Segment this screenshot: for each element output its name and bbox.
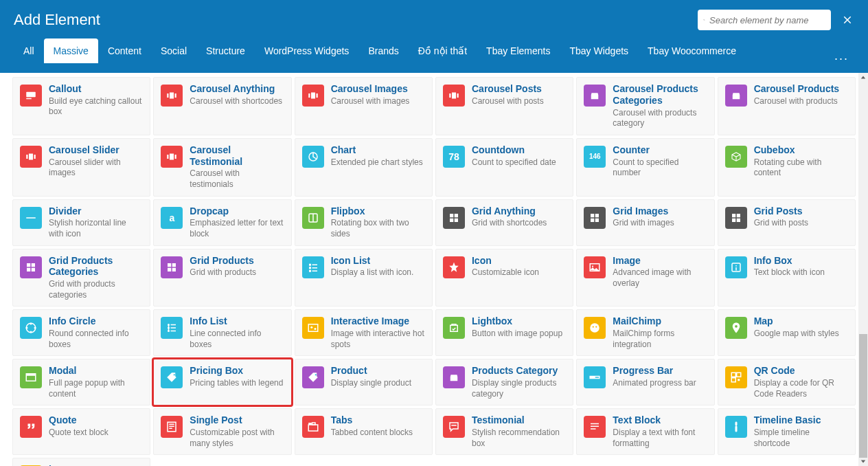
element-carousel-slider[interactable]: Carousel SliderCarousel slider with imag…: [12, 138, 150, 197]
element-desc: Build eye catching callout box: [49, 96, 143, 118]
svg-rect-2: [170, 93, 174, 99]
element-pricing-box[interactable]: Pricing BoxPricing tables with legend: [153, 359, 291, 406]
star-icon: [443, 256, 465, 278]
element-ihover[interactable]: iHoveriHover with different animations: [12, 458, 150, 466]
svg-rect-36: [27, 267, 30, 271]
element-carousel-products-categories[interactable]: Carousel Products CategoriesCarousel wit…: [576, 77, 714, 135]
svg-rect-31: [736, 214, 740, 217]
search-input[interactable]: [709, 15, 825, 25]
tab-đồ-nội-thất[interactable]: Đồ nội thất: [409, 38, 477, 63]
element-carousel-anything[interactable]: Carousel AnythingCarousel with shortcode…: [153, 77, 291, 135]
svg-rect-41: [172, 267, 176, 271]
element-testimonial[interactable]: TestimonialStylish recommendation box: [435, 408, 573, 455]
lightbox-icon: [443, 317, 465, 339]
scrollbar-thumb[interactable]: [859, 334, 867, 458]
scroll-up-icon[interactable]: [858, 73, 868, 82]
svg-rect-10: [457, 93, 458, 98]
element-desc: Line connected info boxes: [190, 329, 284, 350]
element-map[interactable]: MapGoogle map with styles: [718, 309, 856, 356]
element-title: Timeline Basic: [754, 414, 848, 426]
tab-tbay-widgets[interactable]: Tbay Widgets: [560, 38, 638, 63]
element-icon[interactable]: IconCustomizable icon: [435, 249, 573, 307]
tab-massive[interactable]: Massive: [44, 38, 98, 63]
element-lightbox[interactable]: LightboxButton with image popup: [435, 309, 573, 356]
element-title: Interactive Image: [331, 315, 425, 327]
element-mailchimp[interactable]: MailChimpMailChimp forms integration: [576, 309, 714, 356]
element-grid-products[interactable]: Grid ProductsGrid with products: [153, 249, 291, 307]
element-chart[interactable]: ChartExtended pie chart styles: [295, 138, 433, 197]
tab-tbay-elements[interactable]: Tbay Elements: [477, 38, 560, 63]
tab-content[interactable]: Content: [98, 38, 151, 63]
element-single-post[interactable]: Single PostCustomizable post with many s…: [153, 408, 291, 455]
element-info-box[interactable]: Info BoxText block with icon: [718, 249, 856, 307]
element-text-block[interactable]: Text BlockDisplay a text with font forma…: [576, 408, 714, 455]
element-dropcap[interactable]: aDropcapEmphasized letter for text block: [153, 199, 291, 246]
element-title: Info List: [190, 315, 284, 327]
element-progress-bar[interactable]: Progress BarAnimated progress bar: [576, 359, 714, 406]
element-desc: Display a text with font formatting: [613, 428, 707, 449]
scrollbar[interactable]: [858, 73, 868, 466]
svg-rect-7: [316, 93, 317, 98]
tag-icon: [161, 366, 183, 388]
svg-rect-6: [308, 93, 310, 98]
element-quote[interactable]: QuoteQuote text block: [12, 408, 150, 455]
element-products-category[interactable]: Products CategoryDisplay single products…: [435, 359, 573, 406]
element-counter[interactable]: 146CounterCount to specified number: [576, 138, 714, 197]
tab-all[interactable]: All: [14, 38, 44, 63]
scroll-down-icon[interactable]: [858, 456, 868, 466]
element-cubebox[interactable]: CubeboxRotating cube with content: [718, 138, 856, 197]
svg-point-72: [735, 325, 738, 328]
element-carousel-products[interactable]: Carousel ProductsCarousel with products: [718, 77, 856, 135]
element-callout[interactable]: CalloutBuild eye catching callout box: [12, 77, 150, 135]
element-title: Progress Bar: [613, 365, 696, 377]
close-button[interactable]: [841, 13, 854, 27]
element-qr-code[interactable]: QR CodeDisplay a code for QR Code Reader…: [718, 359, 856, 406]
element-tabs[interactable]: TabsTabbed content blocks: [295, 408, 433, 455]
element-countdown[interactable]: 78CountdownCount to specified date: [435, 138, 573, 197]
tab-brands[interactable]: Brands: [358, 38, 408, 63]
svg-rect-3: [168, 93, 169, 98]
svg-point-67: [314, 328, 316, 330]
element-carousel-testimonial[interactable]: Carousel TestimonialCarousel with testim…: [153, 138, 291, 197]
element-info-circle[interactable]: Info CircleRound connected info boxes: [12, 309, 150, 356]
tab-structure[interactable]: Structure: [196, 38, 255, 63]
chart-icon: [302, 146, 324, 168]
element-desc: Rotating box with two sides: [331, 218, 425, 239]
tabs-more-icon[interactable]: ...: [834, 49, 854, 63]
svg-rect-44: [309, 267, 311, 269]
element-timeline-basic[interactable]: Timeline BasicSimple timeline shortcode: [718, 408, 856, 455]
element-carousel-images[interactable]: Carousel ImagesCarousel with images: [295, 77, 433, 135]
element-title: Carousel Slider: [49, 144, 143, 156]
element-icon-list[interactable]: Icon ListDisplay a list with icon.: [295, 249, 433, 307]
badge78-icon: 78: [443, 146, 465, 168]
element-title: Products Category: [472, 365, 566, 377]
element-image[interactable]: ImageAdvanced image with overlay: [576, 249, 714, 307]
element-grid-images[interactable]: Grid ImagesGrid with images: [576, 199, 714, 246]
svg-rect-23: [455, 214, 458, 217]
element-grid-anything[interactable]: Grid AnythingGrid with shortcodes: [435, 199, 573, 246]
element-divider[interactable]: DividerStylish horizontal line with icon: [12, 199, 150, 246]
svg-point-71: [595, 326, 597, 328]
element-title: Countdown: [472, 144, 556, 156]
element-flipbox[interactable]: FlipboxRotating box with two sides: [295, 199, 433, 246]
element-grid-posts[interactable]: Grid PostsGrid with posts: [718, 199, 856, 246]
element-product[interactable]: ProductDisplay single product: [295, 359, 433, 406]
modal-icon: [20, 366, 42, 388]
element-modal[interactable]: ModalFull page popup with content: [12, 359, 150, 406]
tab-social[interactable]: Social: [151, 38, 196, 63]
element-grid-products-categories[interactable]: Grid Products CategoriesGrid with produc…: [12, 249, 150, 307]
search-box[interactable]: [698, 10, 831, 30]
element-interactive-image[interactable]: Interactive ImageImage with interactive …: [295, 309, 433, 356]
svg-rect-13: [29, 153, 33, 159]
tab-wordpress-widgets[interactable]: WordPress Widgets: [255, 38, 358, 63]
svg-rect-42: [309, 263, 311, 265]
svg-rect-9: [449, 93, 450, 98]
svg-rect-59: [171, 324, 176, 326]
svg-rect-15: [34, 155, 36, 159]
element-info-list[interactable]: Info ListLine connected info boxes: [153, 309, 291, 356]
svg-rect-1: [26, 98, 32, 100]
tab-tbay-woocommerce[interactable]: Tbay Woocommerce: [638, 38, 746, 63]
flipbox-icon: [302, 207, 324, 229]
element-carousel-posts[interactable]: Carousel PostsCarousel with posts: [435, 77, 573, 135]
element-title: Grid Anything: [472, 206, 547, 217]
